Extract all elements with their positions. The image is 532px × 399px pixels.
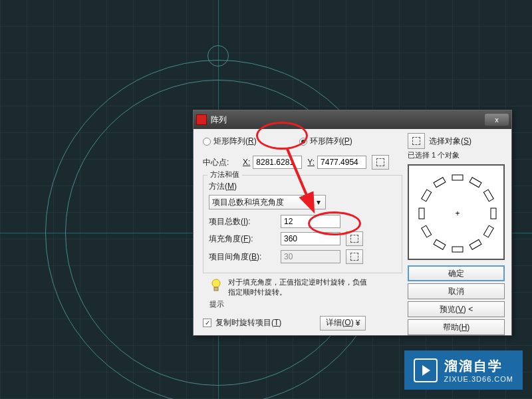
rect-array-label: 矩形阵列(R) (213, 136, 257, 147)
pick-point-icon (350, 253, 358, 261)
detail-button[interactable]: 详细(O) ¥ (320, 316, 366, 331)
selected-count: 已选择 1 个对象 (408, 150, 505, 160)
pick-angle-button[interactable] (346, 231, 363, 246)
select-icon (412, 137, 420, 145)
svg-rect-11 (422, 225, 432, 237)
watermark: 溜溜自学 ZIXUE.3D66.COM (404, 350, 523, 390)
radio-icon (299, 138, 307, 146)
svg-rect-7 (483, 225, 493, 237)
method-value: 项目总数和填充角度 (212, 197, 284, 208)
copy-rotate-checkbox[interactable] (203, 319, 211, 327)
play-icon (414, 358, 438, 382)
dialog-title: 阵列 (211, 114, 485, 126)
svg-rect-12 (419, 208, 424, 219)
svg-point-0 (212, 279, 220, 287)
svg-rect-13 (422, 190, 432, 201)
radio-icon (203, 138, 211, 146)
pick-center-button[interactable] (372, 155, 389, 170)
annotation-arrow (279, 145, 332, 218)
svg-rect-4 (469, 178, 481, 188)
center-label: 中心点: (203, 157, 240, 168)
method-group-title: 方法和值 (207, 170, 242, 180)
copy-rotate-label: 复制时旋转项目(T) (215, 317, 281, 329)
chevron-down-icon: ¥ (356, 319, 360, 328)
app-icon (196, 114, 207, 125)
pick-point-icon (376, 158, 384, 166)
dialog-titlebar[interactable]: 阵列 x (194, 110, 511, 129)
pick-item-angle-button[interactable] (346, 249, 363, 264)
tip-label: 提示 (203, 299, 402, 309)
select-objects-button[interactable] (408, 133, 425, 149)
svg-rect-9 (452, 247, 463, 252)
array-dialog: 阵列 x 矩形阵列(R) 环形阵列(P) 中心点: X: Y: (193, 110, 512, 336)
watermark-title: 溜溜自学 (444, 357, 513, 375)
svg-rect-5 (483, 190, 493, 201)
watermark-subtitle: ZIXUE.3D66.COM (444, 375, 513, 383)
svg-rect-14 (434, 178, 446, 188)
close-button[interactable]: x (485, 114, 509, 126)
svg-rect-1 (214, 287, 218, 291)
tip-text: 对于填充角度，正值指定逆时针旋转，负值指定顺时针旋转。 (228, 277, 369, 298)
svg-rect-10 (434, 239, 446, 249)
x-label: X: (243, 158, 250, 167)
item-angle-label: 项目间角度(B): (209, 251, 275, 263)
svg-text:+: + (455, 209, 460, 218)
help-button[interactable]: 帮助(H) (408, 319, 505, 335)
svg-rect-8 (469, 239, 481, 249)
cancel-button[interactable]: 取消 (408, 283, 505, 299)
fill-angle-input[interactable] (281, 232, 340, 245)
rect-array-radio[interactable]: 矩形阵列(R) (203, 136, 257, 147)
item-count-label: 项目总数(I): (209, 216, 275, 227)
item-angle-input (281, 250, 340, 263)
svg-rect-3 (452, 175, 463, 180)
drawing-circle-small (207, 45, 229, 66)
ok-button[interactable]: 确定 (408, 265, 505, 281)
polar-preview-icon: + (419, 175, 496, 252)
pick-point-icon (350, 235, 358, 243)
detail-label: 详细(O) (326, 317, 353, 329)
preview-button[interactable]: 预览(V) < (408, 301, 505, 317)
lightbulb-icon (209, 277, 223, 293)
select-objects-label: 选择对象(S) (429, 136, 471, 147)
preview-box: + (408, 164, 505, 260)
fill-angle-label: 填充角度(F): (209, 233, 275, 245)
svg-rect-6 (491, 208, 496, 219)
